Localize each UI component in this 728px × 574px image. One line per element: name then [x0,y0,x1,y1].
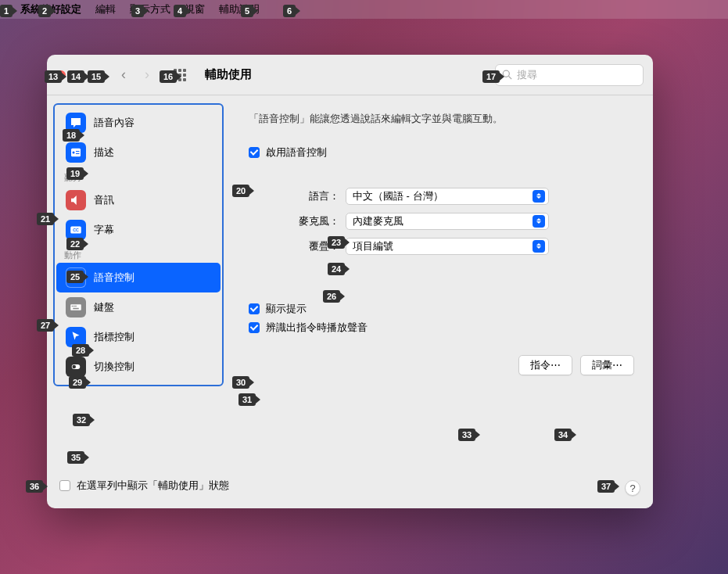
chevron-updown-icon [533,215,545,228]
sidebar-label: 語音內容 [94,116,134,130]
svg-rect-10 [75,306,77,307]
menu-view[interactable]: 顯示方式 [130,2,170,16]
keyboard-icon [66,297,86,317]
svg-text:CC: CC [73,228,79,232]
back-button[interactable]: ‹ [113,66,134,84]
audio-icon [66,190,86,210]
svg-rect-8 [72,306,74,307]
sidebar-label: 鍵盤 [94,300,114,314]
show-hints-checkbox[interactable] [249,303,260,314]
language-select[interactable]: 中文（國語 - 台灣） [346,188,549,205]
window-title: 輔助使用 [205,67,252,82]
cc-icon: CC [66,220,86,240]
sidebar-item-voice-control[interactable]: 語音控制 [56,263,221,292]
sidebar-item-audio[interactable]: 音訊 [56,185,221,215]
sound-label: 辨識出指令時播放聲音 [266,321,368,335]
grid-icon [174,69,186,81]
menu-edit[interactable]: 編輯 [95,2,116,16]
overlay-value: 項目編號 [353,239,393,253]
sidebar-label: 字幕 [94,223,114,237]
menubar-status-label: 在選單列中顯示「輔助使用」狀態 [77,479,229,493]
sidebar-label: 描述 [94,145,114,160]
description-text: 「語音控制」能讓您透過說話來編輯文字並與電腦互動。 [249,111,634,127]
svg-rect-7 [70,304,81,310]
svg-line-1 [509,77,512,80]
sidebar-item-descriptions[interactable]: 描述 [56,138,221,167]
search-placeholder: 搜尋 [517,68,537,82]
mic-select[interactable]: 內建麥克風 [346,213,549,230]
chevron-updown-icon [533,240,545,253]
menu-window[interactable]: 視窗 [185,2,205,16]
menu-help[interactable]: 輔助說明 [219,2,260,16]
menu-app[interactable]: 系統偏好設定 [20,2,81,16]
overlay-label: 覆疊： [249,239,346,253]
svg-rect-6 [75,273,77,279]
overlay-select[interactable]: 項目編號 [346,238,549,255]
sidebar-item-pointer[interactable]: 指標控制 [56,322,221,352]
speech-icon [66,113,86,133]
hints-label: 顯示提示 [266,302,307,316]
sidebar-item-captions[interactable]: CC 字幕 [56,215,221,245]
switch-icon [66,357,86,377]
language-label: 語言： [249,189,346,203]
svg-rect-11 [73,308,79,310]
sidebar: 語音內容 描述 聽力 音訊 CC 字幕 動作 語音控制 [47,95,230,508]
enable-voice-checkbox[interactable] [249,147,260,158]
hearing-header: 聽力 [56,167,221,185]
voice-icon [66,267,86,288]
svg-rect-9 [74,306,75,307]
vocabulary-button[interactable]: 詞彙⋯ [580,355,634,375]
chevron-updown-icon [533,190,545,203]
sidebar-label: 音訊 [94,193,114,207]
zoom-button[interactable] [88,70,97,80]
menubar: 系統偏好設定 編輯 顯示方式 視窗 輔助說明 [0,0,728,19]
svg-point-0 [503,70,509,77]
sidebar-label: 語音控制 [94,271,134,285]
help-button[interactable]: ? [625,480,640,496]
svg-point-13 [73,365,77,369]
menubar-status-checkbox[interactable] [59,480,70,491]
pointer-icon [66,327,86,347]
sidebar-item-keyboard[interactable]: 鍵盤 [56,292,221,322]
mic-value: 內建麥克風 [353,214,403,228]
search-input[interactable]: 搜尋 [495,64,644,86]
svg-point-3 [73,152,75,154]
show-all-button[interactable] [169,66,191,84]
search-icon [502,70,512,80]
main-panel: 「語音控制」能讓您透過說話來編輯文字並與電腦互動。 啟用語音控制 語言： 中文（… [230,95,653,508]
sidebar-label: 指標控制 [94,330,134,344]
sidebar-item-switch[interactable]: 切換控制 [56,352,221,382]
prefs-window: ‹ › 輔助使用 搜尋 語音內容 描述 聽力 [47,55,653,508]
action-header: 動作 [56,245,221,263]
forward-button[interactable]: › [136,66,158,84]
language-value: 中文（國語 - 台灣） [353,189,443,203]
titlebar: ‹ › 輔助使用 搜尋 [47,55,653,95]
commands-button[interactable]: 指令⋯ [518,355,572,375]
play-sound-checkbox[interactable] [249,322,260,333]
sidebar-item-speech[interactable]: 語音內容 [56,108,221,138]
mic-label: 麥克風： [249,214,346,228]
enable-label: 啟用語音控制 [266,145,327,160]
close-button[interactable] [56,70,66,80]
minimize-button[interactable] [72,70,81,80]
sidebar-label: 切換控制 [94,360,134,374]
desc-icon [66,142,86,163]
